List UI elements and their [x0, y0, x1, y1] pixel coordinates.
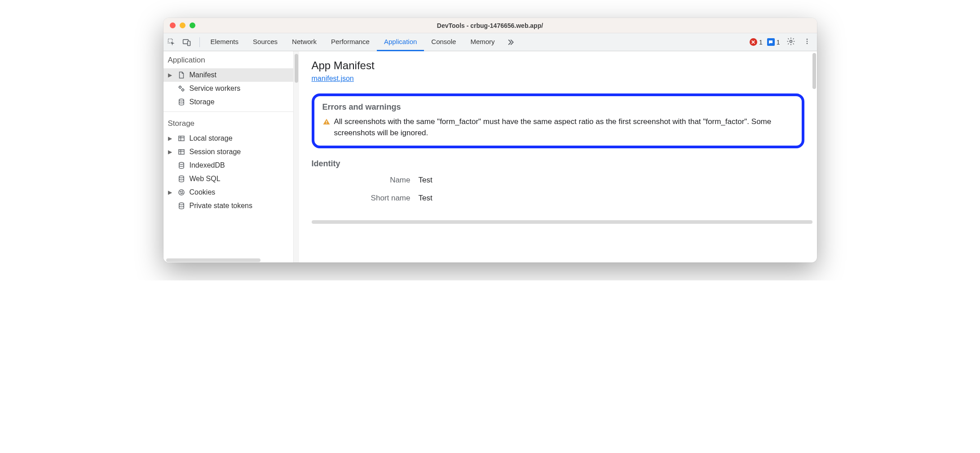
database-icon: [177, 98, 186, 107]
page-title: App Manifest: [312, 59, 804, 72]
table-icon: [177, 134, 186, 143]
manifest-link[interactable]: manifest.json: [312, 75, 354, 82]
tab-memory[interactable]: Memory: [463, 33, 502, 51]
expand-arrow-icon[interactable]: ▶: [168, 149, 173, 155]
identity-shortname-row: Short name Test: [312, 194, 804, 203]
svg-point-7: [179, 86, 181, 89]
svg-point-13: [179, 176, 184, 178]
settings-gear-icon[interactable]: [785, 35, 797, 49]
tab-performance[interactable]: Performance: [324, 33, 377, 51]
tab-application[interactable]: Application: [377, 33, 424, 51]
main-panel: App Manifest manifest.json Errors and wa…: [299, 51, 817, 262]
warning-text: All screenshots with the same "form_fact…: [334, 116, 794, 138]
inspect-icon[interactable]: [167, 38, 176, 47]
svg-rect-20: [326, 121, 327, 123]
svg-point-18: [182, 193, 183, 194]
issue-count-value: 1: [777, 39, 780, 46]
tabs-overflow-button[interactable]: [502, 33, 518, 51]
expand-arrow-icon[interactable]: ▶: [168, 135, 173, 142]
svg-rect-10: [179, 136, 184, 141]
sidebar-item-label: Private state tokens: [190, 202, 253, 210]
sidebar-item-label: Cookies: [190, 188, 216, 196]
svg-point-19: [179, 203, 184, 205]
error-count[interactable]: ✕ 1: [750, 38, 763, 46]
main-v-scrollbar[interactable]: [812, 53, 816, 89]
sidebar-item-session-storage[interactable]: ▶ Session storage: [163, 145, 293, 159]
sidebar-item-label: Session storage: [190, 148, 241, 156]
panel-tabs: Elements Sources Network Performance App…: [203, 33, 750, 51]
identity-name-label: Name: [312, 176, 411, 185]
svg-point-8: [181, 89, 184, 91]
main-toolbar: Elements Sources Network Performance App…: [163, 33, 817, 51]
close-window-button[interactable]: [170, 22, 176, 28]
sidebar-item-label: Manifest: [190, 71, 216, 79]
svg-point-17: [181, 193, 181, 194]
svg-point-9: [179, 99, 184, 101]
traffic-lights: [170, 22, 195, 28]
maximize-window-button[interactable]: [190, 22, 195, 28]
sidebar-item-label: Storage: [190, 98, 215, 106]
error-icon: ✕: [750, 38, 757, 46]
device-toolbar-icon[interactable]: [182, 38, 191, 47]
sidebar-item-cookies[interactable]: ▶ Cookies: [163, 186, 293, 199]
tab-console[interactable]: Console: [424, 33, 463, 51]
errors-warnings-heading: Errors and warnings: [322, 102, 794, 112]
sidebar-item-storage[interactable]: Storage: [163, 95, 293, 109]
svg-point-15: [180, 191, 181, 192]
identity-shortname-value: Test: [419, 194, 433, 203]
sidebar-item-private-state-tokens[interactable]: Private state tokens: [163, 199, 293, 213]
warning-icon: [322, 118, 331, 126]
svg-rect-21: [326, 123, 327, 124]
more-options-icon[interactable]: [802, 35, 812, 49]
database-icon: [177, 161, 186, 170]
identity-name-value: Test: [419, 176, 433, 185]
sidebar: Application ▶ Manifest Service workers: [163, 51, 294, 262]
sidebar-item-indexeddb[interactable]: IndexedDB: [163, 159, 293, 172]
minimize-window-button[interactable]: [180, 22, 185, 28]
titlebar: DevTools - crbug-1476656.web.app/: [163, 18, 817, 33]
sidebar-item-label: Service workers: [190, 84, 241, 93]
tab-sources[interactable]: Sources: [246, 33, 285, 51]
sidebar-item-manifest[interactable]: ▶ Manifest: [163, 68, 293, 82]
identity-shortname-label: Short name: [312, 194, 411, 203]
sidebar-item-label: Local storage: [190, 134, 233, 142]
issue-icon: [767, 38, 775, 46]
sidebar-item-label: IndexedDB: [190, 161, 225, 169]
svg-point-16: [181, 191, 182, 192]
splitter[interactable]: [294, 51, 299, 262]
issue-count[interactable]: 1: [767, 38, 780, 46]
sidebar-heading-application: Application: [163, 51, 293, 68]
sidebar-item-label: Web SQL: [190, 175, 221, 183]
toolbar-divider: [199, 37, 200, 47]
identity-heading: Identity: [312, 159, 804, 169]
file-icon: [177, 71, 186, 80]
database-icon: [177, 174, 186, 183]
svg-point-12: [179, 162, 184, 164]
devtools-window: DevTools - crbug-1476656.web.app/ Elemen…: [163, 18, 817, 262]
sidebar-divider: [163, 111, 293, 112]
sidebar-h-scrollbar[interactable]: [163, 258, 293, 262]
tab-network[interactable]: Network: [285, 33, 324, 51]
svg-point-14: [179, 190, 184, 195]
expand-arrow-icon[interactable]: ▶: [168, 189, 173, 195]
sidebar-item-local-storage[interactable]: ▶ Local storage: [163, 132, 293, 145]
main-h-scrollbar[interactable]: [299, 221, 817, 225]
identity-name-row: Name Test: [312, 176, 804, 185]
expand-arrow-icon[interactable]: ▶: [168, 72, 173, 78]
sidebar-item-websql[interactable]: Web SQL: [163, 172, 293, 186]
warning-row: All screenshots with the same "form_fact…: [322, 116, 794, 138]
cookie-icon: [177, 188, 186, 197]
tab-elements[interactable]: Elements: [203, 33, 246, 51]
sidebar-item-service-workers[interactable]: Service workers: [163, 82, 293, 95]
svg-rect-11: [179, 150, 184, 155]
database-icon: [177, 201, 186, 210]
table-icon: [177, 147, 186, 156]
svg-rect-2: [187, 41, 190, 45]
error-count-value: 1: [759, 39, 763, 46]
sidebar-heading-storage: Storage: [163, 115, 293, 132]
errors-warnings-card: Errors and warnings All screenshots with…: [312, 93, 804, 148]
svg-point-6: [806, 43, 808, 44]
svg-point-5: [806, 41, 808, 42]
svg-point-4: [806, 39, 808, 40]
content-area: Application ▶ Manifest Service workers: [163, 51, 817, 262]
